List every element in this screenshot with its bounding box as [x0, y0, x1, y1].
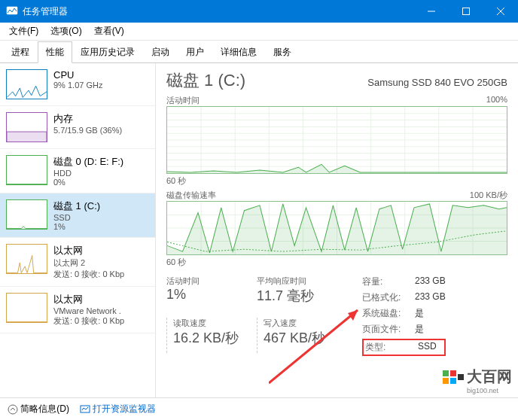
tab-performance[interactable]: 性能 [38, 41, 72, 63]
sidebar-item-memory[interactable]: 内存 5.7/15.9 GB (36%) [0, 106, 155, 149]
sidebar-item-label: CPU [53, 69, 102, 81]
stat-read-value: 16.2 KB/秒 [173, 329, 257, 347]
watermark-text: 大百网 [467, 368, 512, 385]
page-title: 磁盘 1 (C:) [166, 69, 245, 92]
sidebar-item-label: 以太网 [53, 293, 124, 306]
close-button[interactable] [483, 0, 518, 23]
stat-active-time-value: 1% [166, 287, 257, 303]
prop-capacity-k: 容量: [362, 275, 415, 288]
prop-formatted-k: 已格式化: [362, 291, 415, 304]
prop-pagefile-v: 是 [415, 323, 424, 336]
sidebar-item-label: 磁盘 0 (D: E: F:) [53, 155, 123, 169]
stat-read-label: 读取速度 [173, 318, 257, 329]
menu-view[interactable]: 查看(V) [88, 23, 130, 40]
prop-system-k: 系统磁盘: [362, 307, 415, 320]
sidebar-item-label: 内存 [53, 112, 122, 126]
sidebar-item-sub: VMware Network . [53, 306, 124, 315]
sidebar-item-sub: 5.7/15.9 GB (36%) [53, 126, 122, 135]
stat-write-label: 写入速度 [264, 318, 347, 329]
tab-users[interactable]: 用户 [178, 41, 212, 62]
tab-processes[interactable]: 进程 [3, 41, 38, 62]
sidebar-item-sub2: 发送: 0 接收: 0 Kbp [53, 269, 124, 280]
svg-rect-43 [450, 378, 456, 384]
tab-startup[interactable]: 启动 [143, 41, 178, 62]
chart2-label-left: 磁盘传输速率 [166, 190, 216, 201]
open-resmon-label: 打开资源监视器 [93, 403, 156, 415]
app-icon [6, 5, 18, 17]
stat-avg-resp-value: 11.7 毫秒 [257, 287, 347, 305]
svg-rect-44 [458, 374, 464, 380]
sidebar-item-sub2: 1% [53, 222, 100, 231]
chart2-axis: 60 秒 [166, 257, 507, 268]
tabs: 进程 性能 应用历史记录 启动 用户 详细信息 服务 [0, 41, 518, 63]
svg-rect-2 [463, 8, 470, 15]
tab-services[interactable]: 服务 [265, 41, 300, 62]
chart1-label-left: 活动时间 [166, 95, 200, 106]
tab-app-history[interactable]: 应用历史记录 [72, 41, 143, 62]
chevron-up-icon [8, 404, 18, 415]
sidebar-item-ethernet2[interactable]: 以太网 VMware Network . 发送: 0 接收: 0 Kbp [0, 287, 155, 333]
sidebar-item-sub: HDD [53, 169, 123, 178]
watermark-icon [443, 370, 464, 391]
svg-rect-41 [450, 370, 456, 376]
resmon-icon [80, 404, 90, 415]
main-panel: 磁盘 1 (C:) Samsung SSD 840 EVO 250GB 活动时间… [156, 63, 518, 397]
tab-details[interactable]: 详细信息 [212, 41, 265, 62]
prop-system-v: 是 [415, 307, 424, 320]
prop-type-k: 类型: [365, 341, 418, 354]
chart-active-time [166, 106, 507, 174]
sidebar-item-label: 磁盘 1 (C:) [53, 199, 100, 213]
fewer-details-label: 简略信息(D) [20, 403, 69, 415]
sidebar-item-sub2: 0% [53, 178, 123, 187]
chart2-label-right: 100 KB/秒 [470, 190, 507, 201]
prop-capacity-v: 233 GB [415, 275, 446, 288]
sidebar: CPU 9% 1.07 GHz 内存 5.7/15.9 GB (36%) 磁盘 … [0, 63, 156, 397]
sidebar-item-sub2: 发送: 0 接收: 0 Kbp [53, 315, 124, 327]
sidebar-item-ethernet1[interactable]: 以太网 以太网 2 发送: 0 接收: 0 Kbp [0, 238, 155, 287]
svg-rect-40 [443, 370, 449, 376]
menu-file[interactable]: 文件(F) [3, 23, 44, 40]
minimize-button[interactable] [414, 0, 449, 23]
device-name: Samsung SSD 840 EVO 250GB [367, 77, 507, 88]
sidebar-item-sub: 以太网 2 [53, 257, 124, 269]
prop-type-v: SSD [418, 341, 437, 354]
chart1-label-right: 100% [486, 95, 507, 106]
svg-rect-42 [443, 378, 449, 384]
watermark: 大百网 big100.net [443, 367, 512, 394]
watermark-sub: big100.net [467, 387, 512, 394]
stat-write-value: 467 KB/秒 [264, 329, 347, 347]
window-title: 任务管理器 [23, 5, 414, 18]
sidebar-item-sub: 9% 1.07 GHz [53, 81, 102, 90]
chart-transfer-rate [166, 201, 507, 255]
prop-pagefile-k: 页面文件: [362, 323, 415, 336]
maximize-button[interactable] [449, 0, 483, 23]
open-resmon-link[interactable]: 打开资源监视器 [80, 403, 156, 415]
menu-options[interactable]: 选项(O) [44, 23, 87, 40]
prop-formatted-v: 233 GB [415, 291, 446, 304]
fewer-details-button[interactable]: 简略信息(D) [8, 403, 69, 415]
chart1-axis: 60 秒 [166, 175, 507, 187]
sidebar-item-label: 以太网 [53, 244, 124, 257]
sidebar-item-disk1[interactable]: 磁盘 1 (C:) SSD 1% [0, 193, 155, 238]
svg-point-38 [8, 405, 17, 414]
sidebar-item-disk0[interactable]: 磁盘 0 (D: E: F:) HDD 0% [0, 149, 155, 193]
sidebar-item-sub: SSD [53, 213, 100, 222]
svg-rect-5 [7, 132, 47, 142]
sidebar-item-cpu[interactable]: CPU 9% 1.07 GHz [0, 63, 155, 106]
prop-type-row-highlight: 类型:SSD [362, 339, 446, 356]
stat-active-time-label: 活动时间 [166, 275, 257, 287]
stat-avg-resp-label: 平均响应时间 [257, 275, 347, 287]
